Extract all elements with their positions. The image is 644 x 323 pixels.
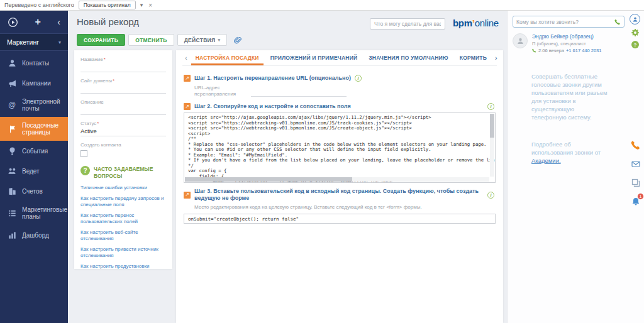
bpmonline-logo: bpm’online (453, 18, 499, 28)
description-field[interactable] (80, 106, 166, 115)
step3-header: ↗ Шаг 3. Вставьте пользовательский код в… (184, 188, 496, 202)
tracking-code-block[interactable]: <script src="http://ajax.googleapis.com/… (184, 112, 496, 183)
balloon-icon (7, 146, 17, 156)
required-marker: * (113, 78, 114, 84)
sidebar-item-accounts[interactable]: Счетов (0, 181, 68, 201)
small-phone-icon (532, 48, 536, 53)
faq-title: ЧАСТО ЗАДАВАЕМЫЕ ВОПРОСЫ (94, 166, 166, 180)
agent-phone-number[interactable]: +1 617 440 2031 (566, 48, 602, 53)
tracking-code: <script src="http://ajax.googleapis.com/… (184, 113, 495, 183)
sidebar-item-email[interactable]: @ Электронной почты (0, 93, 68, 117)
step1-info-icon[interactable]: i (355, 75, 362, 82)
workspace-label: Маркетинг (7, 38, 39, 46)
add-record-icon[interactable]: + (35, 17, 40, 27)
show-original-button[interactable]: Показать оригинал (79, 1, 136, 9)
question-circle-icon: ? (80, 166, 90, 175)
paperclip-icon[interactable] (233, 36, 242, 45)
domain-field-label: Сайт домены* (80, 78, 166, 84)
record-detail-card: ‹ НАСТРОЙКА ПОСАДКИ ПРИЛОЖЕНИЙ И ПРИМЕЧА… (176, 50, 503, 323)
megaphone-icon (7, 78, 17, 88)
collapse-sidebar-icon[interactable]: ‹ (57, 17, 60, 27)
call-search-input[interactable] (516, 19, 612, 25)
faq-links: Типичные ошибки установки Как настроить … (80, 185, 166, 269)
panel-settings-gear-icon[interactable] (631, 28, 640, 37)
step3-info-icon[interactable]: i (487, 192, 494, 199)
step2-info-icon[interactable]: i (487, 103, 494, 110)
notification-badge: 1 (637, 193, 644, 200)
tab-attachments-notes[interactable]: ПРИЛОЖЕНИЙ И ПРИМЕЧАНИЙ (265, 50, 364, 65)
landing-setup-content: ↗ Шаг 1. Настроить перенаправление URL (… (182, 66, 497, 224)
cancel-button[interactable]: ОТМЕНИТЬ (128, 34, 174, 46)
landing-pages-icon (7, 124, 17, 134)
actions-caret-icon: ▾ (218, 38, 220, 43)
code-vertical-scrollbar-thumb[interactable] (490, 114, 494, 138)
agent-avatar[interactable] (513, 33, 528, 48)
sidebar-item-events[interactable]: События (0, 141, 68, 161)
agent-role: П (образец), специалист (532, 41, 601, 47)
domain-field[interactable] (80, 84, 166, 94)
step-arrow-icon: ↗ (184, 103, 191, 110)
create-contact-checkbox[interactable] (80, 150, 87, 157)
actions-button[interactable]: ДЕЙСТВИЯ ▾ (177, 34, 228, 46)
sidebar-item-marketing-plans[interactable]: Маркетинговые планы (0, 201, 68, 225)
bpmonline-window: Переведено с английского Показать оригин… (0, 0, 644, 323)
sidebar-item-landing-pages[interactable]: Посадочные страницы (0, 117, 68, 141)
translate-close-icon[interactable]: × (148, 2, 152, 9)
calls-tab-phone-icon[interactable] (629, 138, 642, 151)
tab-default-values[interactable]: ЗНАЧЕНИЯ ПО УМОЛЧАНИЮ (363, 50, 453, 65)
workspace-selector[interactable]: Маркетинг ▾ (0, 33, 68, 51)
redirect-url-row: URL-адрес перенаправления (194, 85, 496, 97)
sidebar-item-leads[interactable]: Ведет (0, 161, 68, 181)
step-arrow-icon: ↗ (184, 75, 191, 82)
redirect-url-field[interactable] (251, 89, 347, 97)
faq-link[interactable]: Как настроить привести источник отслежив… (80, 246, 166, 259)
sidebar-top-actions: + ‹ (0, 11, 68, 33)
code-vertical-scrollbar[interactable] (490, 114, 494, 177)
code-horizontal-scrollbar-thumb[interactable] (185, 177, 352, 182)
email-tab-icon[interactable] (629, 157, 642, 170)
sidebar-item-label: Маркетинговые планы (22, 206, 67, 220)
onsubmit-code-field[interactable]: onSubmit="createObject(); return false" (184, 214, 496, 224)
step3-title: Шаг 3. Вставьте пользовательский код в и… (194, 188, 484, 202)
redirect-url-label: URL-адрес перенаправления (194, 85, 245, 97)
user-profile-icon[interactable] (630, 14, 640, 25)
sidebar-item-label: Посадочные страницы (22, 122, 64, 136)
faq-header: ? ЧАСТО ЗАДАВАЕМЫЕ ВОПРОСЫ (80, 166, 166, 180)
faq-link[interactable]: Как настроить веб-сайте отслеживания (80, 229, 166, 242)
sidebar-item-contacts[interactable]: Контакты (0, 53, 68, 73)
step1-title: Шаг 1. Настроить перенаправление URL (оп… (194, 75, 351, 82)
faq-link[interactable]: Как настроить перенос пользовательских п… (80, 212, 166, 225)
run-process-icon[interactable] (8, 17, 18, 28)
tab-landing-setup[interactable]: НАСТРОЙКА ПОСАДКИ (190, 50, 265, 65)
sidebar-item-dashboard[interactable]: Дашборд (0, 225, 68, 245)
academy-link[interactable]: Академии. (531, 157, 561, 164)
status-field[interactable]: Active (80, 127, 166, 136)
code-horizontal-scrollbar[interactable] (185, 177, 489, 182)
faq-link[interactable]: Как настроить передачу запросов и специа… (80, 195, 166, 208)
step1-header: ↗ Шаг 1. Настроить перенаправление URL (… (184, 75, 496, 82)
email-at-icon: @ (7, 100, 17, 110)
call-phone-icon[interactable] (614, 19, 621, 25)
tab-feed[interactable]: КОРМИТЬ (454, 50, 492, 65)
translate-options-caret-icon[interactable]: ▾ (140, 2, 143, 8)
panel-help-icon[interactable]: ? (631, 41, 639, 48)
sidebar-item-label: Дашборд (22, 232, 49, 239)
feed-tab-icon[interactable] (629, 176, 642, 189)
name-field-label: Название* (80, 57, 166, 62)
agent-name[interactable]: Эндрю Бейкер (образец) (532, 33, 601, 40)
faq-link[interactable]: Типичные ошибки установки (80, 185, 166, 191)
name-field[interactable] (80, 63, 166, 72)
save-button[interactable]: СОХРАНИТЬ (77, 34, 125, 46)
sidebar-item-label: События (22, 148, 48, 155)
translate-bar: Переведено с английского Показать оригин… (0, 0, 644, 11)
faq-link[interactable]: Как настроить предустановки форма (80, 263, 166, 269)
required-marker: * (97, 121, 99, 126)
tabs-scroll-left-icon[interactable]: ‹ (182, 54, 190, 62)
tabs-scroll-right-icon[interactable]: › (492, 54, 500, 62)
step-arrow-icon: ↗ (184, 192, 191, 199)
sidebar-item-campaigns[interactable]: Кампании (0, 73, 68, 93)
people-group-icon (7, 166, 17, 176)
record-toolbar: СОХРАНИТЬ ОТМЕНИТЬ ДЕЙСТВИЯ ▾ (77, 34, 242, 46)
command-line-input[interactable] (370, 18, 445, 30)
notifications-bell-icon[interactable]: 1 (629, 195, 642, 208)
